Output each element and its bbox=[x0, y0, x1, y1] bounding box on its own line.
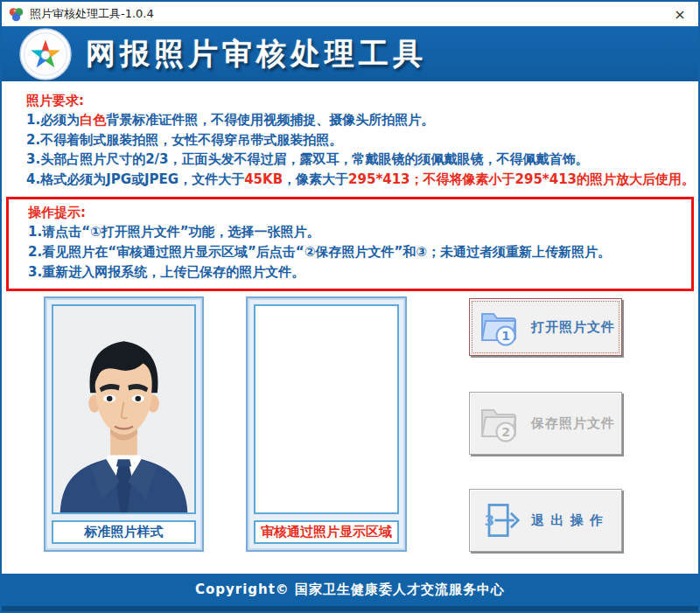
copyright-text: Copyright© 国家卫生健康委人才交流服务中心 bbox=[195, 582, 505, 598]
open-photo-label: 打开照片文件 bbox=[531, 319, 615, 336]
tips-box: 操作提示: 1.请点击“①打开照片文件”功能，选择一张照片。 2.看见照片在“审… bbox=[6, 197, 694, 291]
footer-strip bbox=[2, 606, 698, 611]
open-photo-button[interactable]: 1 打开照片文件 bbox=[469, 298, 622, 356]
requirement-1-rest: 背景标准证件照，不得使用视频捕捉、摄像头所拍照片。 bbox=[106, 112, 434, 128]
save-photo-button[interactable]: 2 保存照片文件 bbox=[469, 392, 622, 455]
requirement-1-highlight: 白色 bbox=[80, 112, 106, 128]
badge-2: 2 bbox=[501, 425, 510, 439]
requirement-4-size: 45KB bbox=[244, 171, 283, 187]
app-header: 网报照片审核处理工具 bbox=[2, 26, 698, 86]
photo-row: 标准照片样式 审核通过照片显示区域 1 打开照片文件 bbox=[44, 296, 698, 552]
action-buttons: 1 打开照片文件 2 保存照片文件 3 bbox=[469, 296, 622, 552]
photo-requirements-heading: 照片要求: bbox=[26, 92, 690, 110]
save-photo-label: 保存照片文件 bbox=[531, 415, 615, 432]
requirement-4-mid: ，像素大于 bbox=[283, 171, 348, 187]
sample-photo bbox=[52, 304, 196, 514]
photo-requirements-section: 照片要求: 1.必须为白色背景标准证件照，不得使用视频捕捉、摄像头所拍照片。 2… bbox=[2, 86, 698, 189]
titlebar: 照片审核处理工具-1.0.4 × bbox=[2, 2, 698, 26]
requirement-line-2: 2.不得着制式服装拍照，女性不得穿吊带式服装拍照。 bbox=[26, 130, 690, 150]
requirement-4-warning: ；不得将像素小于295*413的照片放大后使用。 bbox=[410, 171, 695, 187]
close-button[interactable]: × bbox=[665, 3, 695, 24]
exit-label: 退 出 操 作 bbox=[531, 512, 604, 529]
result-photo-area bbox=[254, 304, 399, 514]
requirement-1-text: 1.必须为 bbox=[26, 112, 80, 128]
header-title: 网报照片审核处理工具 bbox=[86, 34, 427, 74]
sample-photo-label: 标准照片样式 bbox=[52, 520, 196, 544]
result-photo-frame: 审核通过照片显示区域 bbox=[246, 296, 407, 552]
requirement-line-3: 3.头部占照片尺寸的2/3，正面头发不得过眉，露双耳，常戴眼镜的须佩戴眼镜，不得… bbox=[26, 150, 690, 170]
requirement-line-1: 1.必须为白色背景标准证件照，不得使用视频捕捉、摄像头所拍照片。 bbox=[26, 110, 690, 130]
tip-line-3: 3.重新进入网报系统，上传已保存的照片文件。 bbox=[28, 262, 686, 282]
footer: Copyright© 国家卫生健康委人才交流服务中心 bbox=[2, 574, 698, 606]
result-photo-label: 审核通过照片显示区域 bbox=[254, 520, 399, 544]
requirement-4-pixels: 295*413 bbox=[348, 171, 410, 187]
requirement-line-4: 4.格式必须为JPG或JPEG，文件大于45KB，像素大于295*413；不得将… bbox=[26, 170, 690, 190]
app-icon bbox=[9, 7, 24, 22]
app-window: 照片审核处理工具-1.0.4 × 网报照片审核处理工具 照片要求: 1.必须为白… bbox=[0, 0, 700, 613]
tip-line-2: 2.看见照片在“审核通过照片显示区域”后点击“②保存照片文件”和③；未通过者须重… bbox=[28, 242, 686, 262]
tip-line-1: 1.请点击“①打开照片文件”功能，选择一张照片。 bbox=[28, 222, 686, 242]
folder-open-icon: 1 bbox=[479, 308, 521, 346]
badge-1: 1 bbox=[501, 329, 510, 343]
exit-icon: 3 bbox=[479, 501, 521, 540]
badge-3: 3 bbox=[484, 512, 494, 529]
sample-portrait-image bbox=[53, 306, 194, 512]
folder-save-icon: 2 bbox=[479, 404, 521, 442]
tips-heading: 操作提示: bbox=[28, 203, 686, 222]
window-title: 照片审核处理工具-1.0.4 bbox=[30, 6, 665, 22]
exit-button[interactable]: 3 退 出 操 作 bbox=[469, 489, 622, 552]
app-logo bbox=[19, 28, 72, 80]
sample-photo-frame: 标准照片样式 bbox=[44, 296, 204, 552]
requirement-4-text: 4.格式必须为JPG或JPEG，文件大于 bbox=[26, 171, 244, 187]
